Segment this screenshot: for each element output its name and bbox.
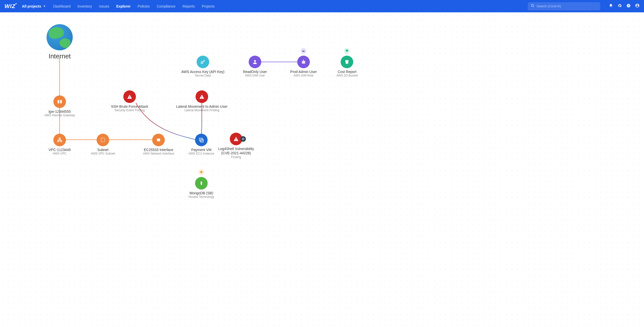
node-title: Internet [49,52,71,60]
target-icon [240,136,246,142]
help-icon[interactable]: ? [626,4,631,9]
gateway-icon [53,95,66,108]
svg-rect-19 [101,138,105,142]
svg-point-0 [531,4,534,7]
node-vpc[interactable]: VPC-1123449 AWS VPC [49,134,71,155]
svg-rect-15 [60,100,62,103]
node-access-key[interactable]: AWS Access Key (API Key) Secret Data [181,56,224,77]
svg-text:?: ? [628,4,629,7]
node-subtitle: AWS Internet Gateway [44,114,75,117]
node-title: Subnet [97,148,108,152]
node-title: VPC-1123449 [49,148,71,152]
nav-reports[interactable]: Reports [182,4,195,8]
node-subtitle: AWS VPC Subnet [91,152,115,155]
node-admin-user[interactable]: Prod Admin User AWS IAM Role [290,56,317,77]
svg-rect-17 [58,141,59,142]
graph-edges [0,12,644,327]
svg-point-28 [242,138,244,140]
chevron-down-icon: ▼ [43,5,46,8]
node-subtitle: AWS IAM User [245,74,265,77]
node-title: MongoDB (SB) [190,191,213,195]
svg-rect-18 [60,141,62,142]
node-subtitle: Hosted Technology [188,195,214,199]
svg-rect-25 [202,98,202,98]
svg-rect-26 [236,138,236,140]
node-subnet[interactable]: Subnet AWS VPC Subnet [91,134,115,155]
svg-rect-24 [202,96,202,97]
node-title: Payment VM [191,148,211,152]
nav-compliance[interactable]: Compliance [157,4,175,8]
user-icon [249,56,261,68]
search-icon [531,4,535,9]
node-title: Cost Report [338,70,357,74]
interface-icon [152,134,165,146]
svg-point-31 [254,60,256,62]
svg-point-29 [243,139,244,139]
crown-icon [301,48,306,54]
node-subtitle: Security Event Finding [115,108,145,112]
node-eni[interactable]: EC25533 Interface AWS Network Interface [143,134,174,155]
nav-issues[interactable]: Issues [99,4,109,8]
node-title: Lateral Movement to Admin User [176,104,228,108]
nav-dashboard[interactable]: Dashboard [53,4,70,8]
bucket-icon [341,56,353,68]
node-igw[interactable]: igw-12344555 AWS Internet Gateway [44,95,75,117]
svg-point-37 [201,172,201,172]
node-subtitle: AWS IAM Role [293,74,314,77]
alert-icon [123,90,136,103]
gear-icon[interactable] [618,4,622,9]
svg-point-34 [304,62,305,63]
top-navbar: WIZ All projects ▼ Dashboard Inventory I… [0,0,644,12]
node-title: ReadOnly User [243,70,267,74]
leaf-icon [195,177,208,190]
svg-line-1 [533,6,534,7]
key-icon [197,56,209,68]
svg-rect-14 [58,100,59,103]
graph-canvas[interactable]: Internet igw-12344555 AWS Internet Gatew… [0,12,644,327]
svg-rect-22 [129,96,130,97]
node-title: Prod Admin User [290,70,317,74]
node-payment-vm[interactable]: Payment VM AWS EC2 Instance [188,134,214,155]
node-title: igw-12344555 [49,110,71,114]
subnet-icon [97,134,109,146]
nav-inventory[interactable]: Inventory [78,4,92,8]
svg-point-33 [302,62,303,63]
node-mongodb[interactable]: MongoDB (SB) Hosted Technology [188,177,214,199]
bell-icon[interactable] [609,4,613,9]
svg-rect-16 [59,138,60,139]
node-lateral-finding[interactable]: Lateral Movement to Admin User Lateral M… [176,90,228,112]
node-cost-report[interactable]: Cost Report AWS S3 Bucket [336,56,358,77]
nav-projects[interactable]: Projects [202,4,215,8]
svg-point-35 [303,59,304,60]
node-readonly-user[interactable]: ReadOnly User AWS IAM User [243,56,267,77]
node-title: SSH Brute Force Attack [111,104,148,108]
node-ssh-finding[interactable]: SSH Brute Force Attack Security Event Fi… [111,90,148,112]
svg-point-30 [201,62,203,63]
nav-policies[interactable]: Policies [138,4,150,8]
network-icon [53,134,66,146]
user-avatar-icon[interactable] [635,4,639,9]
node-title: AWS Access Key (API Key) [181,70,224,74]
svg-rect-27 [236,140,236,141]
globe-icon [47,24,73,50]
skull-icon [199,169,204,175]
main-nav: Dashboard Inventory Issues Explorer Poli… [53,4,214,8]
node-subtitle: AWS Network Interface [143,152,174,155]
node-subtitle: Secret Data [195,74,211,77]
node-log4shell-finding[interactable]: Log4Shell Vulnerability (CVE-2021-44228)… [215,133,257,159]
svg-point-38 [202,172,202,172]
alert-icon [196,90,208,103]
search-input[interactable] [537,4,597,8]
node-title: EC25533 Interface [144,148,173,152]
node-subtitle: Lateral Movement Finding [184,108,219,112]
global-search[interactable] [528,2,600,10]
project-selector-label: All projects [22,4,41,8]
vm-icon [195,134,208,146]
svg-rect-23 [129,98,130,98]
svg-point-36 [346,60,349,61]
svg-point-5 [637,5,638,6]
robot-icon [297,56,310,68]
nav-explorer[interactable]: Explorer [116,4,131,8]
project-selector[interactable]: All projects ▼ [22,4,46,8]
node-internet[interactable]: Internet [47,24,73,60]
